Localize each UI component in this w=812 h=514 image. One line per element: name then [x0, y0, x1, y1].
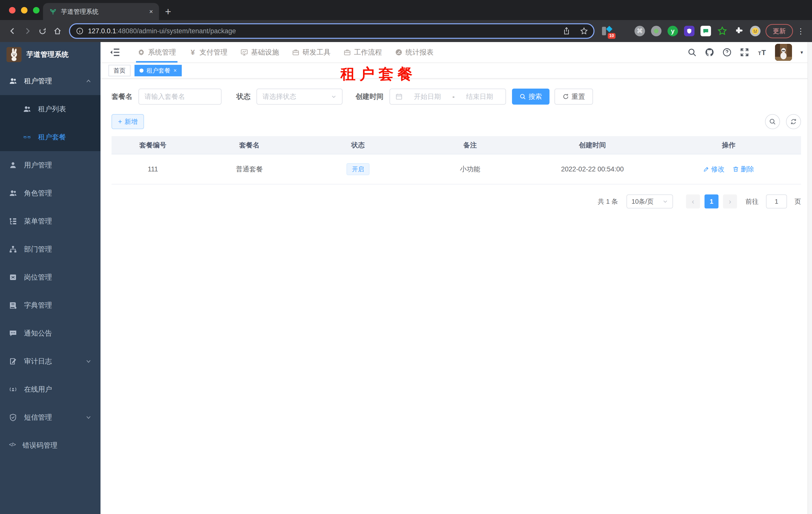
chrome-update-button[interactable]: 更新: [765, 24, 793, 38]
caret-down-icon[interactable]: ▾: [801, 49, 803, 55]
search-icon: [520, 93, 526, 100]
url-bar[interactable]: 127.0.0.1:48080/admin-ui/system/tenant/p…: [69, 23, 594, 39]
extension-command-icon[interactable]: ⌘: [635, 26, 645, 36]
prev-page-button[interactable]: ‹: [686, 194, 700, 209]
scrollbar-gutter[interactable]: [808, 42, 812, 514]
online-signal-icon: [9, 385, 17, 394]
extension-emoji-icon[interactable]: [750, 26, 760, 36]
close-window-icon[interactable]: [9, 7, 16, 13]
sidebar-item-menu-management[interactable]: 菜单管理: [0, 207, 100, 235]
sidebar-item-audit-log[interactable]: 审计日志: [0, 347, 100, 375]
extension-y-icon[interactable]: y: [667, 26, 678, 36]
nav-item-system[interactable]: 系统管理: [131, 42, 182, 62]
reset-button[interactable]: 重置: [554, 88, 593, 105]
sidebar-item-tenant-package[interactable]: 租户套餐: [0, 123, 100, 151]
col-header-status: 状态: [304, 136, 411, 154]
nav-item-devtools[interactable]: 研发工具: [286, 42, 337, 62]
extension-chat-icon[interactable]: [700, 26, 711, 36]
fullscreen-icon[interactable]: [740, 48, 749, 57]
dashboard-icon: [395, 49, 403, 56]
collapse-sidebar-icon[interactable]: [110, 47, 120, 58]
cell-actions: 修改 删除: [656, 154, 801, 184]
extension-puzzle-icon[interactable]: [733, 26, 744, 36]
show-search-button[interactable]: [765, 114, 780, 129]
nav-item-infra[interactable]: 基础设施: [234, 42, 286, 62]
sidebar-item-online-users[interactable]: 在线用户: [0, 375, 100, 403]
tab-close-icon[interactable]: ×: [149, 8, 153, 16]
package-table: 套餐编号 套餐名 状态 备注 创建时间 操作 111 普通套餐 开启: [112, 136, 801, 184]
end-date-placeholder[interactable]: 结束日期: [459, 92, 500, 101]
sidebar-item-error-code[interactable]: </> 错误码管理: [0, 431, 100, 459]
help-icon[interactable]: [723, 48, 731, 57]
sidebar-item-user-management[interactable]: 用户管理: [0, 151, 100, 179]
tags-view: 首页 租户套餐 ×: [100, 63, 812, 78]
extension-star-icon[interactable]: [717, 26, 727, 36]
refresh-table-button[interactable]: [786, 114, 801, 129]
delete-link[interactable]: 删除: [732, 165, 754, 174]
back-icon[interactable]: [5, 24, 20, 38]
cell-created-time: 2022-02-22 00:54:00: [529, 154, 656, 184]
search-button[interactable]: 搜索: [512, 88, 550, 105]
svg-text:T: T: [758, 51, 761, 56]
sidebar-item-dept-management[interactable]: 部门管理: [0, 235, 100, 263]
sidebar-item-notice[interactable]: 通知公告: [0, 319, 100, 347]
nav-item-report[interactable]: 统计报表: [388, 42, 440, 62]
dictionary-icon: [9, 301, 17, 309]
tag-close-icon[interactable]: ×: [174, 67, 177, 74]
table-row: 111 普通套餐 开启 小功能 2022-02-22 00:54:00: [112, 154, 801, 184]
sidebar-item-tenant-management[interactable]: 租户管理: [0, 67, 100, 95]
minimize-window-icon[interactable]: [21, 7, 28, 13]
zoom-window-icon[interactable]: [33, 7, 39, 13]
org-tree-icon: [9, 245, 17, 253]
sidebar-item-role-management[interactable]: 角色管理: [0, 179, 100, 207]
user-avatar[interactable]: [775, 44, 792, 61]
browser-tabstrip: 芋道管理系统 × +: [0, 0, 812, 20]
browser-toolbar: 127.0.0.1:48080/admin-ui/system/tenant/p…: [0, 20, 812, 42]
sidebar-item-tenant-list[interactable]: 租户列表: [0, 95, 100, 123]
nav-item-pay[interactable]: ¥ 支付管理: [182, 42, 234, 62]
info-icon[interactable]: [76, 27, 84, 35]
tag-tenant-package[interactable]: 租户套餐 ×: [135, 65, 182, 76]
chevron-down-icon: [663, 199, 668, 204]
start-date-placeholder[interactable]: 开始日期: [407, 92, 448, 101]
page-number-1[interactable]: 1: [704, 194, 719, 209]
search-icon[interactable]: [688, 48, 696, 57]
github-icon[interactable]: [705, 48, 714, 57]
tag-home[interactable]: 首页: [109, 65, 130, 76]
bookmark-star-icon[interactable]: [578, 25, 590, 37]
home-icon[interactable]: [50, 24, 65, 38]
log-edit-icon: [9, 357, 17, 366]
sidebar-item-sms-management[interactable]: 短信管理: [0, 403, 100, 431]
url-text[interactable]: 127.0.0.1:48080/admin-ui/system/tenant/p…: [88, 27, 555, 35]
briefcase-icon: [344, 49, 351, 56]
page-size-select[interactable]: 10条/页: [627, 194, 673, 209]
status-select[interactable]: 请选择状态: [257, 88, 343, 105]
next-page-button[interactable]: ›: [723, 194, 737, 209]
cell-package-id: 111: [112, 154, 194, 184]
extension-shield-icon[interactable]: [684, 26, 695, 36]
extension-gem-icon[interactable]: [618, 26, 629, 36]
chevron-down-icon: [331, 94, 337, 99]
browser-tab[interactable]: 芋道管理系统 ×: [43, 3, 159, 20]
add-button[interactable]: + 新增: [112, 114, 144, 129]
sidebar-item-dict-management[interactable]: 字典管理: [0, 291, 100, 319]
nav-item-workflow[interactable]: 工作流程: [337, 42, 388, 62]
font-size-icon[interactable]: TT: [757, 48, 766, 57]
sidebar-item-post-management[interactable]: 岗位管理: [0, 263, 100, 291]
goto-page-input[interactable]: [766, 194, 787, 209]
new-tab-icon[interactable]: +: [165, 6, 171, 17]
gear-icon: [138, 49, 145, 56]
date-range-picker[interactable]: 开始日期 - 结束日期: [389, 88, 506, 105]
extension-recorder-icon[interactable]: [651, 26, 662, 36]
app-logo[interactable]: 芋道管理系统: [0, 42, 100, 67]
extension-tabs-icon[interactable]: 10: [602, 26, 612, 36]
table-toolbar: + 新增: [112, 114, 801, 129]
browser-menu-icon[interactable]: ⋮: [797, 27, 805, 35]
forward-icon[interactable]: [20, 24, 35, 38]
share-icon[interactable]: [560, 25, 573, 37]
reload-icon[interactable]: [35, 24, 50, 38]
package-name-input-field[interactable]: [145, 93, 215, 101]
package-name-input[interactable]: [139, 88, 222, 105]
edit-link[interactable]: 修改: [703, 165, 725, 174]
user-icon: [9, 161, 17, 169]
